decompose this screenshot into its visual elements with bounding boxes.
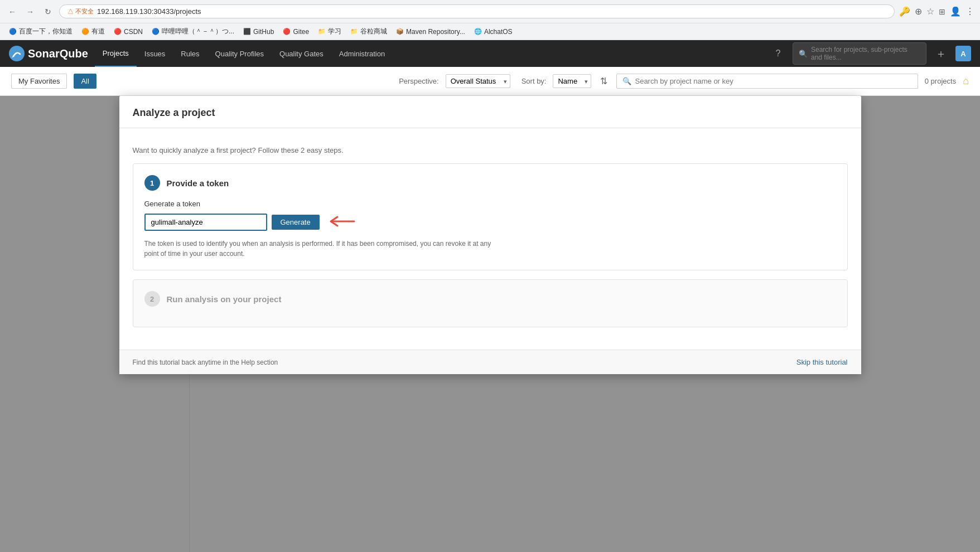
step2-number: 2 bbox=[144, 291, 160, 307]
step1-header: 1 Provide a token bbox=[144, 175, 836, 191]
global-search[interactable]: 🔍 Search for projects, sub-projects and … bbox=[793, 42, 926, 65]
main-content: B 0 C 0 D 0 E 0 Maintainability ⓘ Code S… bbox=[0, 96, 980, 552]
bilibili-icon: 🔵 bbox=[152, 28, 160, 36]
profile-icon[interactable]: 👤 bbox=[950, 6, 961, 17]
baidu-icon: 🔵 bbox=[9, 28, 17, 36]
bookmark-maven[interactable]: 📦 Maven Repository... bbox=[393, 27, 469, 37]
bookmark-youdao[interactable]: 🟠 有道 bbox=[78, 26, 108, 37]
bookmark-star-icon[interactable]: ☆ bbox=[926, 6, 934, 17]
all-tab[interactable]: All bbox=[74, 74, 96, 89]
bilibili-label: 哔哩哔哩（＾－＾）つ... bbox=[162, 27, 234, 36]
github-label: GitHub bbox=[253, 28, 274, 36]
browser-chrome: ← → ↻ △ 不安全 192.168.119.130:30433/projec… bbox=[0, 0, 980, 40]
bookmark-gulishop[interactable]: 📁 谷粒商城 bbox=[347, 26, 390, 37]
sonar-nav: Projects Issues Rules Quality Profiles Q… bbox=[95, 40, 770, 67]
header-right: ? 🔍 Search for projects, sub-projects an… bbox=[770, 42, 971, 65]
skip-tutorial-link[interactable]: Skip this tutorial bbox=[796, 358, 848, 366]
token-input-row: Generate bbox=[144, 212, 836, 232]
csdn-label: CSDN bbox=[124, 28, 143, 36]
perspective-label: Perspective: bbox=[399, 77, 439, 85]
step1-number: 1 bbox=[144, 175, 160, 191]
gitee-label: Gitee bbox=[293, 28, 309, 36]
modal-title: Analyze a project bbox=[133, 107, 848, 119]
generate-button[interactable]: Generate bbox=[272, 215, 320, 230]
bookmark-alchat[interactable]: 🌐 AlchatOS bbox=[471, 27, 516, 37]
baidu-label: 百度一下，你知道 bbox=[19, 27, 73, 36]
nav-administration[interactable]: Administration bbox=[331, 40, 393, 67]
global-search-placeholder: Search for projects, sub-projects and fi… bbox=[811, 46, 920, 61]
sonar-logo-text: SonarQube bbox=[28, 47, 88, 60]
token-input[interactable] bbox=[144, 214, 267, 231]
youdao-icon: 🟠 bbox=[81, 28, 89, 36]
project-search-input[interactable] bbox=[635, 77, 911, 85]
modal-subtitle: Want to quickly analyze a first project?… bbox=[133, 146, 848, 154]
user-avatar[interactable]: A bbox=[955, 46, 971, 61]
home-icon[interactable]: ⌂ bbox=[963, 75, 969, 87]
forward-button[interactable]: → bbox=[23, 5, 37, 18]
modal-footer: Find this tutorial back anytime in the H… bbox=[119, 350, 861, 374]
arrow-annotation bbox=[326, 212, 360, 232]
translate-icon[interactable]: ⊕ bbox=[915, 6, 922, 17]
perspective-select-wrapper: Overall Status bbox=[446, 74, 510, 88]
nav-quality-profiles[interactable]: Quality Profiles bbox=[207, 40, 272, 67]
token-hint: The token is used to identify you when a… bbox=[144, 239, 501, 259]
gulishop-icon: 📁 bbox=[350, 28, 358, 36]
search-icon: 🔍 bbox=[799, 50, 808, 58]
bookmarks-bar: 🔵 百度一下，你知道 🟠 有道 🔴 CSDN 🔵 哔哩哔哩（＾－＾）つ... ⬛… bbox=[0, 23, 980, 40]
url-text: 192.168.119.130:30433/projects bbox=[97, 7, 886, 16]
step2-section: 2 Run analysis on your project bbox=[133, 279, 848, 327]
projects-toolbar: My Favorites All Perspective: Overall St… bbox=[0, 67, 980, 96]
maven-icon: 📦 bbox=[396, 28, 404, 36]
github-icon: ⬛ bbox=[243, 28, 251, 36]
sonar-header: SonarQube Projects Issues Rules Quality … bbox=[0, 40, 980, 67]
step2-title: Run analysis on your project bbox=[167, 294, 282, 304]
nav-quality-gates[interactable]: Quality Gates bbox=[272, 40, 331, 67]
nav-issues[interactable]: Issues bbox=[137, 40, 173, 67]
sort-order-button[interactable]: ⇅ bbox=[598, 74, 610, 89]
sort-select-wrapper: Name bbox=[553, 74, 591, 88]
alchat-icon: 🌐 bbox=[474, 28, 482, 36]
bookmark-baidu[interactable]: 🔵 百度一下，你知道 bbox=[6, 26, 76, 37]
nav-rules[interactable]: Rules bbox=[173, 40, 207, 67]
sort-select[interactable]: Name bbox=[553, 74, 591, 88]
footer-hint: Find this tutorial back anytime in the H… bbox=[133, 359, 278, 366]
browser-action-icons: 🔑 ⊕ ☆ ⊞ 👤 ⋮ bbox=[899, 6, 974, 17]
analyze-project-modal: Analyze a project Want to quickly analyz… bbox=[119, 96, 861, 374]
projects-count: 0 projects bbox=[925, 77, 956, 85]
step1-title: Provide a token bbox=[167, 178, 229, 188]
study-icon: 📁 bbox=[318, 28, 326, 36]
youdao-label: 有道 bbox=[91, 27, 105, 36]
plus-icon[interactable]: ＋ bbox=[933, 46, 949, 61]
bookmark-bilibili[interactable]: 🔵 哔哩哔哩（＾－＾）つ... bbox=[148, 26, 238, 37]
alchat-label: AlchatOS bbox=[484, 28, 513, 36]
help-icon[interactable]: ? bbox=[770, 46, 786, 61]
my-favorites-tab[interactable]: My Favorites bbox=[11, 74, 67, 89]
study-label: 学习 bbox=[328, 27, 341, 36]
bookmark-study[interactable]: 📁 学习 bbox=[315, 26, 345, 37]
project-search-bar: 🔍 bbox=[616, 74, 918, 89]
nav-projects[interactable]: Projects bbox=[95, 40, 137, 67]
modal-body: Want to quickly analyze a first project?… bbox=[119, 128, 861, 350]
generate-token-label: Generate a token bbox=[144, 200, 836, 208]
bookmark-csdn[interactable]: 🔴 CSDN bbox=[110, 27, 146, 37]
csdn-icon: 🔴 bbox=[114, 28, 122, 36]
sonar-logo[interactable]: SonarQube bbox=[9, 46, 88, 61]
bookmark-gitee[interactable]: 🔴 Gitee bbox=[279, 27, 312, 37]
sonar-logo-icon bbox=[9, 46, 25, 61]
tab-icon[interactable]: ⊞ bbox=[939, 7, 945, 16]
menu-icon[interactable]: ⋮ bbox=[965, 6, 974, 17]
password-icon[interactable]: 🔑 bbox=[899, 6, 910, 17]
step1-section: 1 Provide a token Generate a token Gener… bbox=[133, 163, 848, 270]
perspective-select[interactable]: Overall Status bbox=[446, 74, 510, 88]
back-button[interactable]: ← bbox=[6, 5, 19, 18]
security-warning: △ 不安全 bbox=[67, 7, 94, 16]
step2-header: 2 Run analysis on your project bbox=[144, 291, 836, 307]
project-search-icon: 🔍 bbox=[622, 77, 631, 85]
reload-button[interactable]: ↻ bbox=[41, 5, 55, 18]
bookmark-github[interactable]: ⬛ GitHub bbox=[240, 27, 277, 37]
address-bar[interactable]: △ 不安全 192.168.119.130:30433/projects bbox=[59, 4, 895, 18]
maven-label: Maven Repository... bbox=[406, 28, 465, 36]
step1-content: Generate a token Generate The token is u bbox=[144, 200, 836, 259]
sort-label: Sort by: bbox=[522, 77, 547, 85]
gitee-icon: 🔴 bbox=[283, 28, 291, 36]
